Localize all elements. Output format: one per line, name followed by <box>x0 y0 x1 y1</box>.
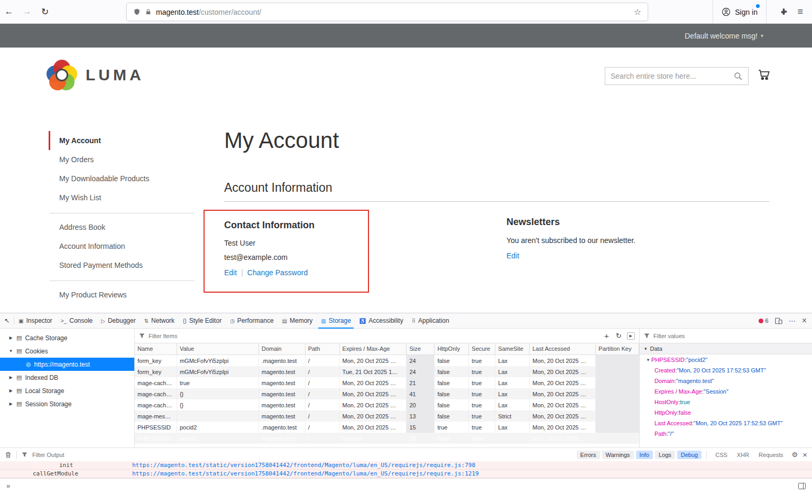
column-header[interactable]: SameSite <box>495 343 530 354</box>
caret-icon[interactable]: ▶ <box>8 388 13 393</box>
change-password-link[interactable]: Change Password <box>247 268 308 277</box>
lock-icon[interactable] <box>145 8 151 15</box>
column-header[interactable]: Secure <box>469 343 495 354</box>
split-panel-icon[interactable] <box>798 483 806 489</box>
column-header[interactable]: Partition Key <box>596 343 639 354</box>
devtools-tab[interactable]: ◷ Performance <box>226 313 278 328</box>
edit-newsletters-link[interactable]: Edit <box>506 251 519 260</box>
cookie-data-item[interactable]: Last Accessed "Mon, 20 Oct 2025 17:52:53… <box>640 418 812 428</box>
filter-values-input[interactable] <box>653 333 808 339</box>
account-nav-item[interactable]: Address Book <box>49 213 195 237</box>
cookie-row[interactable]: PHPSESSID pocid2 .magento.test / Mon, 20… <box>135 422 639 433</box>
devtools-tab[interactable]: ▥ Storage <box>317 313 355 328</box>
meatball-menu-icon[interactable]: ⋯ <box>789 317 796 325</box>
column-header[interactable]: HttpOnly <box>435 343 469 354</box>
cart-icon[interactable] <box>757 68 771 81</box>
url-bar[interactable]: magento.test/customer/account/ ☆ <box>127 3 648 21</box>
column-header[interactable]: Size <box>407 343 435 354</box>
cookie-row[interactable]: form_key mGMcFofvYi5zpIpi magento.test /… <box>135 366 639 377</box>
cookie-row[interactable]: mage-cach… true magento.test / Mon, 20 O… <box>135 377 639 388</box>
forward-icon[interactable]: → <box>18 6 36 17</box>
panel-toggle-icon[interactable]: ▶ <box>627 332 635 340</box>
console-filter-button[interactable]: XHR <box>733 451 753 459</box>
cookie-row[interactable]: PHPSESSID pocid2 magento.test / Session … <box>135 433 639 444</box>
column-header[interactable]: Expires / Max-Age <box>340 343 407 354</box>
bookmark-star-icon[interactable]: ☆ <box>634 7 641 17</box>
devtools-tab[interactable]: ⠿ Application <box>408 313 454 328</box>
extensions-icon[interactable] <box>780 8 788 16</box>
log-source-link[interactable]: https://magento.test/static/version17580… <box>132 470 479 477</box>
console-filter-button[interactable]: Errors <box>577 451 600 459</box>
refresh-items-icon[interactable]: ↻ <box>614 332 623 340</box>
sign-in-button[interactable]: Sign in <box>713 0 767 24</box>
search-icon[interactable] <box>734 72 743 81</box>
devtools-tab[interactable]: ♿ Accessibility <box>355 313 408 328</box>
cookie-row[interactable]: mage-cach… {} magento.test / Mon, 20 Oct… <box>135 388 639 399</box>
account-nav-item[interactable]: Stored Payment Methods <box>49 256 195 275</box>
cookie-data-item[interactable]: Expires / Max-Age "Session" <box>640 386 812 397</box>
cookie-row[interactable]: mage-mes… magento.test / Mon, 20 Oct 202… <box>135 410 639 422</box>
console-filter-button[interactable]: Logs <box>655 451 675 459</box>
caret-icon[interactable]: ▶ <box>8 402 13 406</box>
close-console-icon[interactable]: × <box>802 450 807 459</box>
luma-logo[interactable]: LUMA <box>47 60 144 90</box>
devtools-tab[interactable]: ⇅ Network <box>140 313 179 328</box>
close-devtools-icon[interactable]: × <box>802 316 807 325</box>
column-header[interactable]: Path <box>306 343 340 354</box>
account-nav-item[interactable]: My Account <box>49 131 195 150</box>
storage-tree-item[interactable]: ▶ ▤ Cache Storage <box>0 331 134 344</box>
shield-icon[interactable] <box>133 8 141 16</box>
account-nav-item[interactable]: My Product Reviews <box>49 281 195 304</box>
console-filter-button[interactable]: Warnings <box>602 451 634 459</box>
console-filter-button[interactable]: Debug <box>677 451 702 459</box>
error-count-badge[interactable]: 6 <box>759 318 769 324</box>
filter-output-input[interactable] <box>32 452 127 458</box>
log-source-link[interactable]: https://magento.test/static/version17580… <box>132 462 475 469</box>
filter-items-input[interactable] <box>149 333 599 339</box>
column-header[interactable]: Value <box>177 343 259 354</box>
data-section-header[interactable]: ▾ Data <box>640 343 812 354</box>
storage-tree-item[interactable]: ◍ https://magento.test <box>0 358 134 371</box>
caret-icon[interactable]: ▾ <box>645 357 651 362</box>
reload-icon[interactable]: ↻ <box>36 6 54 17</box>
account-nav-item[interactable]: My Wish List <box>49 188 195 207</box>
account-nav-item[interactable]: Account Information <box>49 237 195 256</box>
add-item-icon[interactable]: + <box>603 331 611 340</box>
cookie-data-item[interactable]: Domain "magento.test" <box>640 376 812 386</box>
menu-icon[interactable]: ≡ <box>797 6 803 17</box>
welcome-message[interactable]: Default welcome msg! <box>685 32 758 40</box>
clear-console-icon[interactable] <box>5 451 12 459</box>
console-filter-button[interactable]: Info <box>636 451 653 459</box>
cookie-data-item[interactable]: HttpOnly false <box>640 407 812 418</box>
search-input[interactable] <box>611 72 734 80</box>
edit-contact-link[interactable]: Edit <box>224 268 237 277</box>
expand-sidebar-icon[interactable]: » <box>6 482 10 490</box>
cookie-data-item[interactable]: Created "Mon, 20 Oct 2025 17:52:53 GMT" <box>640 365 812 376</box>
account-nav-item[interactable]: My Orders <box>49 150 195 169</box>
caret-icon[interactable]: ▼ <box>8 349 13 353</box>
column-header[interactable]: Last Accessed <box>530 343 596 354</box>
cookie-data-item[interactable]: Path "/" <box>640 428 812 439</box>
caret-icon[interactable]: ▶ <box>8 335 13 340</box>
responsive-design-icon[interactable] <box>775 318 782 324</box>
console-settings-icon[interactable]: ⚙ <box>792 451 798 459</box>
account-nav-item[interactable]: My Downloadable Products <box>49 169 195 188</box>
storage-tree-item[interactable]: ▶ ▤ Session Storage <box>0 397 134 410</box>
cookie-row[interactable]: form_key mGMcFofvYi5zpIpi .magento.test … <box>135 355 639 366</box>
console-filter-button[interactable]: Requests <box>755 451 787 459</box>
caret-icon[interactable]: ▶ <box>8 375 13 380</box>
column-header[interactable]: Name <box>135 343 177 354</box>
devtools-tab[interactable]: ▤ Memory <box>278 313 317 328</box>
devtools-tab[interactable]: >_ Console <box>57 313 97 328</box>
console-filter-button[interactable]: CSS <box>712 451 731 459</box>
storage-tree-item[interactable]: ▼ ▤ Cookies <box>0 344 134 358</box>
back-icon[interactable]: ← <box>0 6 18 17</box>
storage-tree-item[interactable]: ▶ ▤ Indexed DB <box>0 371 134 384</box>
pick-element-icon[interactable]: ↖ <box>0 313 14 328</box>
cookie-row[interactable]: mage-cach… {} magento.test / Mon, 20 Oct… <box>135 399 639 410</box>
cookie-data-item[interactable]: ▾ PHPSESSID "pocid2" <box>640 354 812 365</box>
devtools-tab[interactable]: {} Style Editor <box>179 313 226 328</box>
storage-tree-item[interactable]: ▶ ▤ Local Storage <box>0 384 134 397</box>
column-header[interactable]: Domain <box>259 343 306 354</box>
devtools-tab[interactable]: ▷ Debugger <box>97 313 140 328</box>
